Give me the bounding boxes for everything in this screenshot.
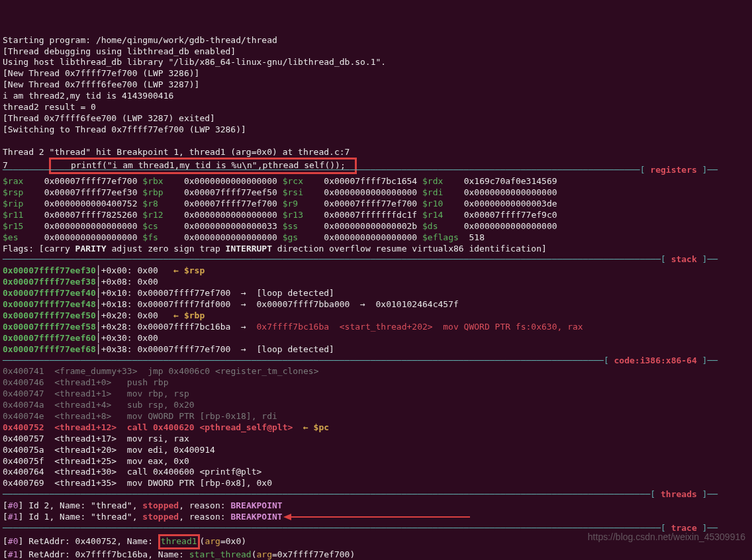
section-stack: ────────────────────────────────────────… <box>3 254 718 264</box>
line: [New Thread 0x7ffff6fee700 (LWP 3287)] <box>3 79 199 89</box>
stack-addr: 0x00007ffff77eef30 <box>3 265 96 275</box>
section-registers: ────────────────────────────────────────… <box>3 165 749 176</box>
current-instruction: 0x400752 <thread1+12> call 0x400620 <pth… <box>3 422 293 432</box>
line: [Thread debugging using libthread_db ena… <box>3 46 236 56</box>
flags-line: Flags: [carry PARITY adjust zero sign tr… <box>3 244 547 254</box>
terminal-output[interactable]: Starting program: /home/qingmu/work/gdb-… <box>3 35 749 560</box>
line: Using host libthread_db library "/lib/x8… <box>3 57 386 67</box>
line: [Thread 0x7ffff6fee700 (LWP 3287) exited… <box>3 113 215 123</box>
line: Thread 2 "thread" hit Breakpoint 1, thre… <box>3 147 350 157</box>
line: [New Thread 0x7ffff77ef700 (LWP 3286)] <box>3 68 199 78</box>
annotation-arrow <box>291 516 470 518</box>
line: Starting program: /home/qingmu/work/gdb-… <box>3 35 277 45</box>
line: thread2 result = 0 <box>3 102 96 112</box>
section-code: ────────────────────────────────────────… <box>3 355 718 365</box>
annotation-arrow-head <box>283 514 291 520</box>
watermark: https://blog.csdn.net/weixin_45309916 <box>588 531 745 543</box>
reg-rax: $rax <box>3 176 23 186</box>
section-threads: ────────────────────────────────────────… <box>3 489 718 499</box>
highlighted-trace-name: thread1 <box>158 534 200 549</box>
code-line: 0x400741 <frame_dummy+33> jmp 0x4006c0 <… <box>3 366 318 376</box>
line: i am thread2,my tid is 4143900416 <box>3 91 173 101</box>
line: [Switching to Thread 0x7ffff77ef700 (LWP… <box>3 124 246 134</box>
